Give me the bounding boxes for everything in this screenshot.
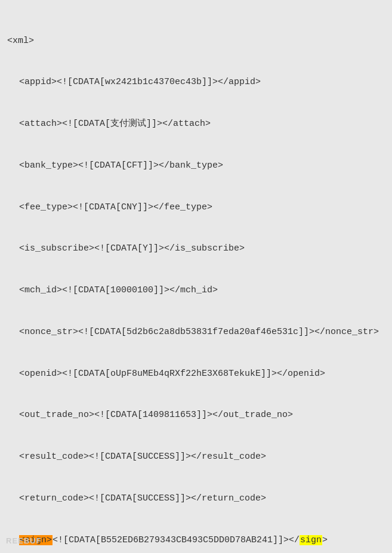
nonce-str-line: <nonce_str><![CDATA[5d2b6c2a8db53831f7ed… [7,325,385,339]
bank-type-line: <bank_type><![CDATA[CFT]]></bank_type> [7,159,385,172]
sign-line: <sign><![CDATA[B552ED6B279343CB493C5DD0D… [7,533,385,547]
fee-type-line: <fee_type><![CDATA[CNY]]></fee_type> [7,200,385,214]
watermark: REEBUF [6,535,41,547]
out-trade-no-line: <out_trade_no><![CDATA[1409811653]]></ou… [7,408,385,422]
xml-root-open: <xml> [7,34,385,48]
mch-id-line: <mch_id><![CDATA[10000100]]></mch_id> [7,283,385,297]
sign-close-tag: sign [300,535,322,545]
is-subscribe-line: <is_subscribe><![CDATA[Y]]></is_subscrib… [7,242,385,255]
appid-line: <appid><![CDATA[wx2421b1c4370ec43b]]></a… [7,75,385,89]
return-code-line: <return_code><![CDATA[SUCCESS]]></return… [7,492,385,505]
attach-line: <attach><![CDATA[支付测试]]></attach> [7,117,385,131]
result-code-line: <result_code><![CDATA[SUCCESS]]></result… [7,450,385,464]
openid-line: <openid><![CDATA[oUpF8uMEb4qRXf22hE3X68T… [7,367,385,381]
xml-content: <xml> <appid><![CDATA[wx2421b1c4370ec43b… [7,6,385,553]
